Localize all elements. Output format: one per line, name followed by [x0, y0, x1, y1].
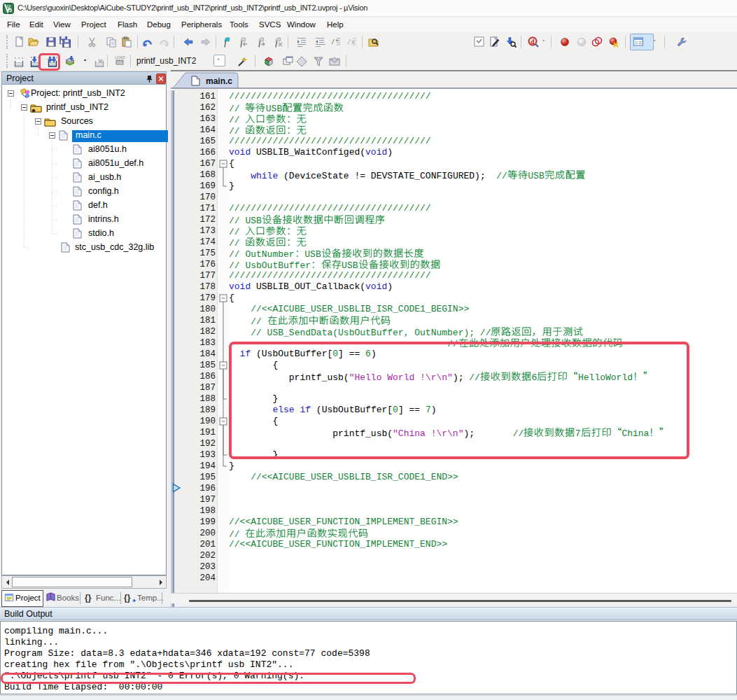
svg-text:?: ? [51, 594, 55, 601]
svg-text:d: d [531, 38, 535, 46]
svg-text:LOAD: LOAD [115, 55, 125, 59]
svg-text:5: 5 [9, 8, 12, 13]
